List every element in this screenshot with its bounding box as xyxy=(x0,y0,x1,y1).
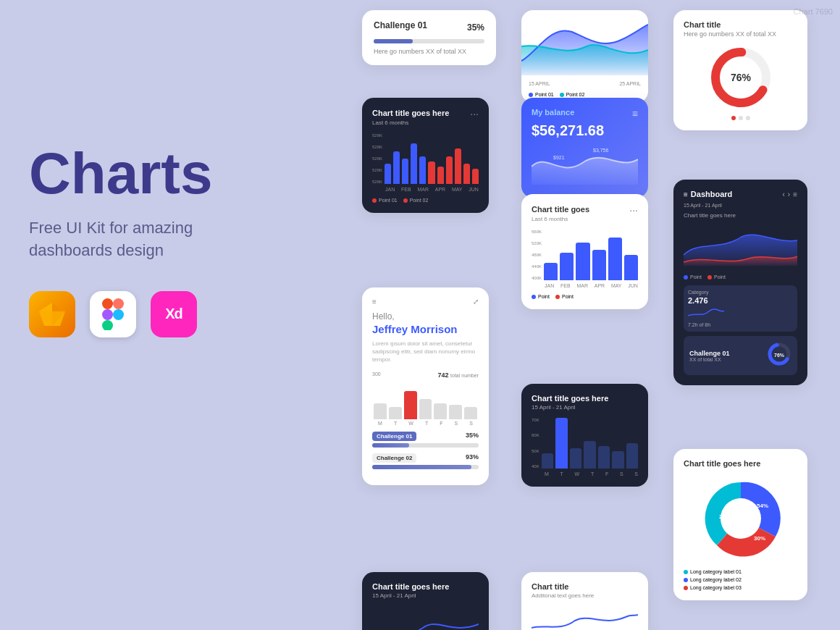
dashboard-chart-title: Chart title goes here xyxy=(684,212,797,219)
chart-title-legend: Point Point xyxy=(532,294,638,299)
svg-rect-6 xyxy=(102,309,113,320)
progress-bar xyxy=(374,39,484,43)
pie-legend: Long category label 01 Long category lab… xyxy=(684,569,797,590)
donut-svg: 76% xyxy=(708,45,773,110)
simple-title: Chart title xyxy=(532,582,638,591)
donut-card: Chart title Here go numbers XX of total … xyxy=(673,10,807,130)
simple-subtitle: Additonal text goes here xyxy=(532,592,638,599)
chart-title-goes-subtitle: Last 6 months xyxy=(532,216,638,222)
stat-category: Category 2.476 7.2h of 8h xyxy=(684,285,797,332)
chart-title-goes-title: Chart title goes xyxy=(532,205,589,214)
tool-icons: Xd xyxy=(29,291,304,337)
chart-title-goes-card: Chart title goes ··· Last 6 months 560K5… xyxy=(521,194,648,309)
watermark: Chart 7690 xyxy=(794,7,833,16)
progress-value: 35% xyxy=(467,22,484,33)
stat-cat-sub: 7.2h of 8h xyxy=(688,322,793,327)
dashboard-stats-row: Category 2.476 7.2h of 8h xyxy=(684,285,797,332)
challenge-sub: XX of total XX xyxy=(689,357,730,362)
dark-large-title: Chart title goes here xyxy=(532,394,638,403)
dark-chart-subtitle: Last 6 months xyxy=(372,119,479,126)
area-chart-legend: Point 01 Point 02 xyxy=(529,92,641,97)
pie-chart-card: Chart title goes here 54% 30% 26% Long c… xyxy=(673,449,807,600)
simple-chart-card: Chart title Additonal text goes here xyxy=(521,572,648,630)
svg-text:76%: 76% xyxy=(730,72,751,83)
challenge-bar-2: Challenge 02 93% xyxy=(372,453,479,469)
svg-text:54%: 54% xyxy=(757,503,768,509)
svg-rect-8 xyxy=(102,320,113,330)
dashboard-area-svg xyxy=(684,226,797,266)
balance-wave-svg: $921 $3,756 xyxy=(532,145,638,185)
dashboard-header: ≡ Dashboard ‹ › ≡ xyxy=(684,190,797,198)
xd-icon: Xd xyxy=(151,291,197,337)
dashboard-title: Dashboard xyxy=(691,190,732,198)
dark-large-bars-area: 70K60K50K40K xyxy=(532,418,638,469)
left-section: Charts Free UI Kit for amazingdashboards… xyxy=(29,145,304,337)
hello-description: Lorem ipsum dolor sit amet, consetetur s… xyxy=(372,340,479,364)
svg-text:$3,756: $3,756 xyxy=(593,148,609,153)
challenge-subtitle: Here go numbers XX of total XX xyxy=(374,48,484,55)
area-chart-labels: 15 APRIL 25 APRIL xyxy=(529,81,641,86)
greeting-text: Hello, xyxy=(372,311,479,322)
svg-text:26%: 26% xyxy=(719,513,731,520)
chart-title-bars-area: 560K520K480K440K400K xyxy=(532,230,638,280)
legend-dot-1 xyxy=(529,93,533,97)
dark-large-subtitle: 15 April - 21 April xyxy=(532,404,638,411)
svg-text:$921: $921 xyxy=(553,155,565,160)
dashboard-challenge-row: Challenge 01 XX of total XX 76% xyxy=(684,336,797,375)
dark-large-bar-card: Chart title goes here 15 April - 21 Apri… xyxy=(521,384,648,487)
area-chart-svg xyxy=(521,10,648,75)
challenge-title: Challenge 01 xyxy=(374,20,427,30)
dashboard-donut: 76% xyxy=(767,342,791,369)
donut-subtitle: Here go numbers XX of total XX xyxy=(684,30,797,38)
stat-cat-value: 2.476 xyxy=(688,296,793,305)
svg-rect-4 xyxy=(102,298,113,309)
pie-svg: 54% 30% 26% xyxy=(697,475,784,562)
dashboard-date: 15 April - 21 April xyxy=(684,203,797,208)
challenge-top-card: Challenge 01 35% Here go numbers XX of t… xyxy=(362,10,496,65)
balance-card: My balance ≡ $56,271.68 $921 $3,756 xyxy=(521,98,648,198)
donut-title: Chart title xyxy=(684,20,797,29)
pie-title: Chart title goes here xyxy=(684,459,797,468)
donut-dots xyxy=(684,116,797,120)
svg-text:76%: 76% xyxy=(774,353,785,358)
dark-chart-title: Chart title goes here xyxy=(372,109,449,117)
dashboard-legend: Point Point xyxy=(684,274,797,280)
hello-bar-chart: 300 MTWTFSS 742 total number xyxy=(372,371,479,426)
simple-line-svg xyxy=(532,606,638,630)
sketch-icon xyxy=(29,291,75,337)
dark-bar-chart-area: 526K526K526K526K526K xyxy=(372,133,479,184)
hello-bars xyxy=(372,379,479,419)
hello-card: ≡ ⤢ Hello, Jeffrey Morrison Lorem ipsum … xyxy=(362,287,489,485)
dashboard-menu-icon[interactable]: ≡ xyxy=(684,190,688,198)
hello-menu[interactable]: ≡ xyxy=(372,298,377,306)
day-labels: MTWTFSS xyxy=(372,421,479,426)
progress-fill xyxy=(374,39,413,43)
dashboard-card: ≡ Dashboard ‹ › ≡ 15 April - 21 April Ch… xyxy=(673,180,807,385)
mini-line-svg xyxy=(688,305,724,319)
main-title: Charts xyxy=(29,145,304,203)
challenge-bar-1: Challenge 01 35% xyxy=(372,432,479,448)
dark-chart-legend: Point 01 Point 02 xyxy=(372,198,479,203)
balance-label: My balance xyxy=(532,108,574,117)
svg-rect-7 xyxy=(113,309,124,320)
bottom-dark-title: Chart title goes here xyxy=(372,582,479,591)
challenge-label: Challenge 01 xyxy=(689,350,730,357)
balance-menu[interactable]: ≡ xyxy=(632,108,638,119)
hello-share[interactable]: ⤢ xyxy=(473,298,479,306)
dashboard-nav: ‹ › ≡ xyxy=(782,190,797,198)
donut-wrapper: 76% xyxy=(684,45,797,110)
chart-title-more[interactable]: ··· xyxy=(629,204,638,216)
dark-bars xyxy=(385,133,479,184)
area-chart-top-card: 15 APRIL 25 APRIL Point 01 Point 02 xyxy=(521,10,648,103)
stat-cat-label: Category xyxy=(688,290,793,295)
svg-rect-5 xyxy=(113,298,124,309)
bottom-dark-chart-card: Chart title goes here 15 April - 21 Apri… xyxy=(362,572,489,630)
subtitle: Free UI Kit for amazingdashboards design xyxy=(29,217,304,262)
pie-chart-wrapper: 54% 30% 26% xyxy=(684,475,797,562)
bottom-dark-line-svg xyxy=(372,606,479,630)
svg-text:30%: 30% xyxy=(754,535,765,542)
chart-title-bars xyxy=(544,230,638,280)
dark-large-bars xyxy=(542,418,638,469)
more-icon[interactable]: ··· xyxy=(470,108,479,119)
user-name: Jeffrey Morrison xyxy=(372,323,479,335)
